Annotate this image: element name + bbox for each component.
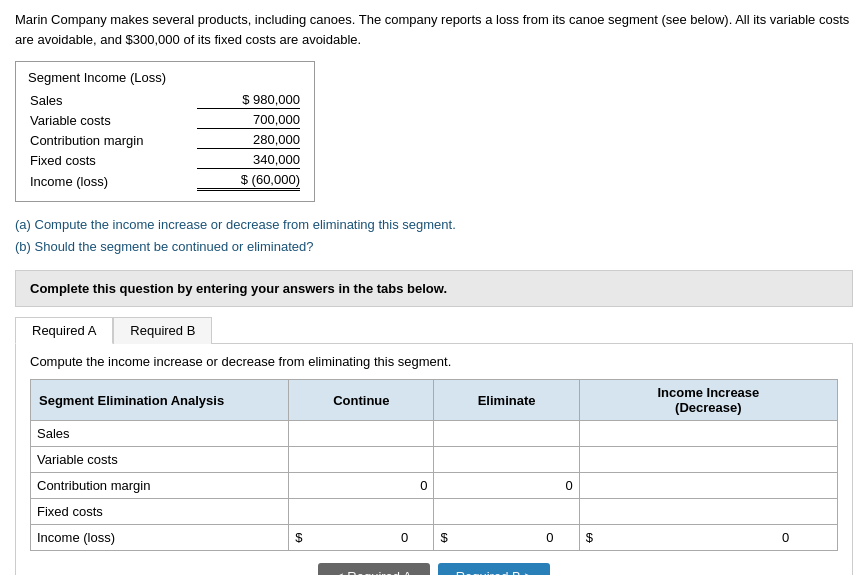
input-income-fixed[interactable]: [586, 504, 831, 519]
row-value: $ (60,000): [197, 171, 300, 191]
row-value: 280,000: [197, 131, 300, 149]
cell-income-income: $: [579, 525, 837, 551]
input-income-sales[interactable]: [586, 426, 831, 441]
input-income-income[interactable]: [593, 530, 789, 545]
table-row: Sales: [31, 421, 838, 447]
analysis-table: Segment Elimination Analysis Continue El…: [30, 379, 838, 551]
row-label: Income (loss): [30, 171, 195, 191]
col-header-eliminate: Eliminate: [434, 380, 579, 421]
row-label: Contribution margin: [30, 131, 195, 149]
dollar-sign-eliminate: $: [440, 530, 447, 545]
row-label: Fixed costs: [30, 151, 195, 169]
cell-eliminate-sales[interactable]: [434, 421, 579, 447]
cell-continue-variable[interactable]: [289, 447, 434, 473]
input-eliminate-fixed[interactable]: [440, 504, 572, 519]
dollar-sign-income: $: [586, 530, 593, 545]
input-continue-variable[interactable]: [295, 452, 427, 467]
table-row: Contribution margin 280,000: [30, 131, 300, 149]
input-income-contribution[interactable]: [586, 478, 831, 493]
table-row: Income (loss) $ (60,000): [30, 171, 300, 191]
complete-instruction: Complete this question by entering your …: [15, 270, 853, 307]
input-eliminate-variable[interactable]: [440, 452, 572, 467]
tabs-row: Required A Required B: [15, 317, 853, 344]
col-header-income-increase: Income Increase(Decrease): [579, 380, 837, 421]
row-value: 340,000: [197, 151, 300, 169]
nav-buttons: < Required A Required B >: [30, 563, 838, 575]
row-label-fixed-costs: Fixed costs: [31, 499, 289, 525]
input-continue-fixed[interactable]: [295, 504, 427, 519]
row-label-sales: Sales: [31, 421, 289, 447]
input-eliminate-income[interactable]: [448, 530, 554, 545]
questions-block: (a) Compute the income increase or decre…: [15, 214, 853, 258]
cell-eliminate-fixed[interactable]: [434, 499, 579, 525]
row-value: $ 980,000: [197, 91, 300, 109]
tab-required-b[interactable]: Required B: [113, 317, 212, 344]
cell-eliminate-income: $: [434, 525, 579, 551]
question-b: (b) Should the segment be continued or e…: [15, 236, 853, 258]
cell-continue-income: $: [289, 525, 434, 551]
input-continue-sales[interactable]: [295, 426, 427, 441]
table-row: Fixed costs 340,000: [30, 151, 300, 169]
input-eliminate-sales[interactable]: [440, 426, 572, 441]
segment-income-box: Segment Income (Loss) Sales $ 980,000 Va…: [15, 61, 315, 202]
table-row: Variable costs 700,000: [30, 111, 300, 129]
table-row: Sales $ 980,000: [30, 91, 300, 109]
table-row: Fixed costs: [31, 499, 838, 525]
row-value: 700,000: [197, 111, 300, 129]
cell-continue-contribution: 0: [289, 473, 434, 499]
cell-income-contribution[interactable]: [579, 473, 837, 499]
table-row: Contribution margin 0 0: [31, 473, 838, 499]
table-row: Income (loss) $ $ $: [31, 525, 838, 551]
col-header-analysis: Segment Elimination Analysis: [31, 380, 289, 421]
tab-required-a[interactable]: Required A: [15, 317, 113, 344]
intro-paragraph: Marin Company makes several products, in…: [15, 10, 853, 49]
dollar-sign-continue: $: [295, 530, 302, 545]
segment-title: Segment Income (Loss): [28, 70, 302, 85]
cell-eliminate-variable[interactable]: [434, 447, 579, 473]
tab-content-required-a: Compute the income increase or decrease …: [15, 343, 853, 575]
row-label: Variable costs: [30, 111, 195, 129]
question-a: (a) Compute the income increase or decre…: [15, 214, 853, 236]
tab-instruction: Compute the income increase or decrease …: [30, 354, 838, 369]
next-button[interactable]: Required B >: [438, 563, 550, 575]
row-label-contribution: Contribution margin: [31, 473, 289, 499]
cell-income-sales[interactable]: [579, 421, 837, 447]
table-row: Variable costs: [31, 447, 838, 473]
cell-eliminate-contribution: 0: [434, 473, 579, 499]
row-label-income: Income (loss): [31, 525, 289, 551]
row-label-variable-costs: Variable costs: [31, 447, 289, 473]
cell-income-variable[interactable]: [579, 447, 837, 473]
input-continue-income[interactable]: [302, 530, 408, 545]
prev-button[interactable]: < Required A: [318, 563, 430, 575]
cell-continue-sales[interactable]: [289, 421, 434, 447]
input-income-variable[interactable]: [586, 452, 831, 467]
col-header-continue: Continue: [289, 380, 434, 421]
row-label: Sales: [30, 91, 195, 109]
cell-income-fixed[interactable]: [579, 499, 837, 525]
segment-table: Sales $ 980,000 Variable costs 700,000 C…: [28, 89, 302, 193]
cell-continue-fixed[interactable]: [289, 499, 434, 525]
